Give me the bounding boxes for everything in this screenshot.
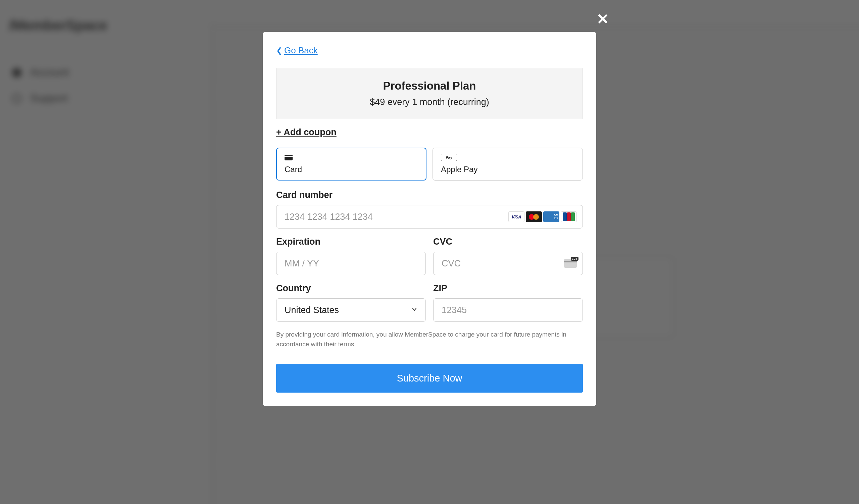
cvc-card-icon: 123 (564, 259, 577, 268)
payment-method-applepay[interactable]: Pay Apple Pay (433, 148, 583, 181)
plan-summary: Professional Plan $49 every 1 month (rec… (276, 68, 583, 119)
zip-input[interactable] (433, 298, 583, 322)
disclaimer-text: By providing your card information, you … (276, 330, 583, 349)
go-back-label: Go Back (284, 45, 318, 56)
add-coupon-link[interactable]: + Add coupon (276, 127, 336, 138)
cvc-label: CVC (433, 236, 583, 247)
country-select[interactable]: United States (276, 298, 426, 322)
payment-method-card[interactable]: Card (276, 148, 426, 181)
go-back-link[interactable]: ❮ Go Back (276, 45, 318, 56)
chevron-left-icon: ❮ (276, 46, 282, 55)
payment-method-label: Card (285, 165, 418, 174)
card-brand-icons: VISA AM EX (508, 211, 577, 222)
card-number-label: Card number (276, 190, 583, 200)
cvc-badge: 123 (571, 257, 578, 261)
apple-pay-icon: Pay (441, 154, 574, 161)
payment-method-label: Apple Pay (441, 165, 574, 174)
zip-label: ZIP (433, 283, 583, 294)
country-label: Country (276, 283, 426, 294)
subscribe-button[interactable]: Subscribe Now (276, 364, 583, 393)
expiration-input[interactable] (276, 252, 426, 275)
jcb-icon (561, 211, 577, 222)
amex-icon: AM EX (543, 211, 559, 222)
cvc-input[interactable] (433, 252, 583, 275)
expiration-label: Expiration (276, 236, 426, 247)
close-icon[interactable]: ✕ (597, 12, 609, 27)
modal-overlay[interactable]: ✕ ❮ Go Back Professional Plan $49 every … (0, 0, 859, 504)
mastercard-icon (526, 211, 542, 222)
card-icon (285, 154, 418, 161)
visa-icon: VISA (508, 211, 525, 222)
checkout-modal: ❮ Go Back Professional Plan $49 every 1 … (263, 32, 596, 406)
payment-method-selector: Card Pay Apple Pay (276, 148, 583, 181)
plan-price: $49 every 1 month (recurring) (283, 97, 576, 107)
plan-title: Professional Plan (283, 79, 576, 92)
